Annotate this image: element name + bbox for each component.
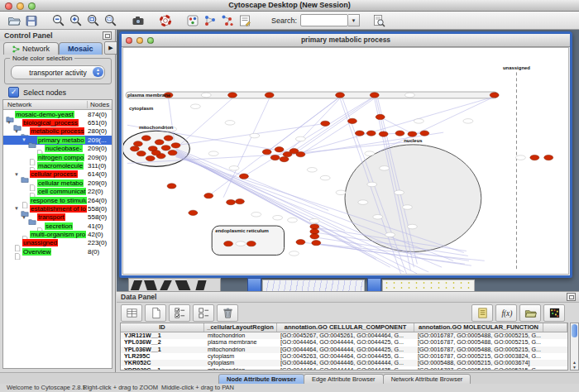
network-label-node[interactable]: [320, 175, 330, 179]
matrix-icon[interactable]: [543, 304, 565, 322]
tab-mosaic[interactable]: Mosaic: [59, 42, 103, 55]
tree-row-establishment-of-lo[interactable]: ▼establishment of lo558(0): [3, 204, 112, 213]
advanced-search-icon[interactable]: [370, 12, 387, 28]
search-input[interactable]: [300, 14, 348, 26]
network-label-node[interactable]: [515, 155, 525, 160]
network-edge[interactable]: [176, 149, 329, 211]
zoom-in-icon[interactable]: [67, 12, 84, 28]
tree-row-transport[interactable]: ▼transport558(0): [3, 213, 112, 222]
tree-row-metabolic-process[interactable]: ▼metabolic process280(0): [3, 127, 112, 136]
network-node[interactable]: [379, 131, 388, 136]
network-label-node[interactable]: [365, 151, 375, 155]
network-node[interactable]: [204, 194, 213, 198]
expander-icon[interactable]: ▼: [14, 172, 19, 177]
network-node[interactable]: [262, 150, 271, 155]
network-node[interactable]: [296, 240, 305, 245]
expander-icon[interactable]: ▼: [22, 137, 26, 142]
tree-row-multi-organism-pro[interactable]: multi-organism pro42(0): [3, 230, 112, 238]
help-lifesaver-icon[interactable]: [156, 12, 174, 28]
network-window-titlebar[interactable]: primary metabolic process: [122, 34, 570, 47]
function-builder-icon[interactable]: f(x): [495, 304, 517, 322]
network-node[interactable]: [336, 93, 345, 98]
snapshot-camera-icon[interactable]: [129, 12, 146, 28]
network-node[interactable]: [366, 131, 376, 136]
network-label-node[interactable]: [380, 166, 390, 170]
node-color-select[interactable]: transporter activity ▲▼: [11, 65, 105, 79]
network-label-node[interactable]: [414, 119, 423, 123]
notepad-icon[interactable]: [471, 304, 493, 322]
zoom-out-icon[interactable]: [50, 12, 67, 28]
tree-row-cellular-metabo[interactable]: cellular metabo209(0): [3, 179, 112, 187]
combo-stepper-icon[interactable]: ▲▼: [93, 67, 103, 77]
network-node[interactable]: [227, 199, 236, 204]
network-label-node[interactable]: [307, 168, 317, 172]
network-label-node[interactable]: [336, 190, 346, 194]
column-header-annotation-go-cellular-component[interactable]: annotation.GO CELLULAR_COMPONENT: [277, 323, 414, 332]
expand-network-icon[interactable]: [218, 12, 236, 28]
scrollbar-arrows[interactable]: ▲▼: [571, 360, 578, 370]
network-node[interactable]: [130, 146, 139, 151]
float-panel-icon[interactable]: [567, 293, 576, 301]
tree-row-overview[interactable]: Overview8(0): [3, 247, 112, 256]
network-edge[interactable]: [176, 150, 345, 231]
network-node[interactable]: [228, 93, 237, 98]
tree-row-cell-communicat[interactable]: cell communicat22(0): [3, 188, 112, 196]
float-panel-icon[interactable]: [103, 31, 112, 40]
network-label-node[interactable]: [288, 218, 298, 222]
network-label-node[interactable]: [385, 232, 395, 237]
network-node[interactable]: [347, 118, 356, 123]
open-file-icon[interactable]: [5, 12, 22, 28]
network-node[interactable]: [146, 155, 155, 160]
tab-network[interactable]: Network: [3, 42, 59, 55]
table-row[interactable]: YPL036W__1mitochondrion[GO:0044464, GO:0…: [121, 347, 567, 353]
column-header-annotation-go-molecular-function[interactable]: annotation.GO MOLECULAR_FUNCTION: [414, 323, 543, 332]
zoom-fit-icon[interactable]: [84, 12, 102, 28]
tree-row-secretion[interactable]: secretion41(0): [3, 222, 112, 230]
vizmapper-icon[interactable]: [184, 12, 201, 28]
import-attributes-icon[interactable]: [519, 304, 541, 322]
search-dropdown-button[interactable]: ▼: [348, 14, 360, 26]
tree-row-mosaic-demo-yeast[interactable]: mosaic-demo-yeast874(0): [3, 110, 112, 118]
network-node[interactable]: [355, 131, 364, 136]
network-label-node[interactable]: [367, 182, 377, 186]
network-label-node[interactable]: [373, 215, 383, 219]
network-node[interactable]: [321, 121, 330, 126]
network-node[interactable]: [239, 174, 248, 179]
network-node[interactable]: [151, 151, 160, 155]
network-node[interactable]: [164, 136, 173, 141]
save-icon[interactable]: [22, 12, 40, 28]
network-node[interactable]: [246, 241, 256, 246]
network-label-node[interactable]: [463, 119, 473, 123]
network-label-node[interactable]: [402, 205, 412, 209]
network-node[interactable]: [224, 241, 233, 246]
expander-icon[interactable]: ▼: [14, 129, 19, 134]
network-node[interactable]: [161, 146, 170, 151]
network-node[interactable]: [168, 151, 177, 155]
network-node[interactable]: [376, 114, 385, 119]
network-label-node[interactable]: [295, 136, 305, 141]
network-edge[interactable]: [178, 98, 233, 147]
table-row[interactable]: YKR052Ccytoplasm[GO:0044464, GO:0044446,…: [121, 360, 567, 366]
network-label-node[interactable]: [208, 151, 218, 155]
network-label-node[interactable]: [250, 133, 260, 137]
network-node[interactable]: [136, 151, 146, 156]
network-label-node[interactable]: [273, 215, 283, 219]
network-label-node[interactable]: [251, 213, 261, 217]
network-label-node[interactable]: [404, 93, 414, 97]
table-row[interactable]: YJR121W__1mitochondrion[GO:0045267, GO:0…: [121, 332, 567, 339]
network-node[interactable]: [141, 136, 151, 141]
network-node[interactable]: [275, 147, 284, 152]
network-node[interactable]: [171, 143, 180, 148]
network-node[interactable]: [280, 156, 289, 161]
network-label-node[interactable]: [190, 104, 200, 108]
network-edge[interactable]: [208, 98, 338, 196]
network-label-node[interactable]: [201, 93, 211, 97]
column-header--cellularlayoutregion[interactable]: _cellularLayoutRegion: [204, 323, 277, 332]
network-edge[interactable]: [244, 97, 374, 176]
more-tabs-button[interactable]: ▶: [104, 41, 118, 55]
network-node[interactable]: [490, 93, 499, 98]
network-label-node[interactable]: [358, 200, 368, 204]
network-node[interactable]: [310, 224, 319, 229]
tree-row-macromolecule[interactable]: macromolecule311(0): [3, 161, 112, 170]
network-node[interactable]: [235, 198, 244, 203]
